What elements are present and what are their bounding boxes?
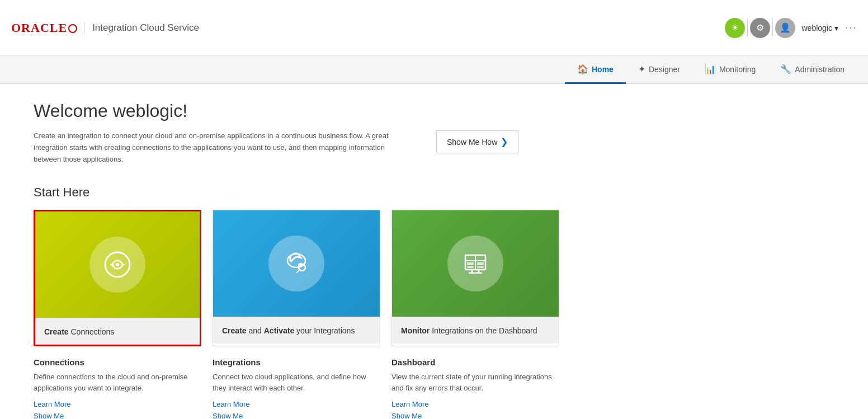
chevron-down-icon: ▾ [834, 23, 838, 32]
welcome-row: Create an integration to connect your cl… [34, 130, 694, 165]
connections-icon [103, 251, 131, 279]
dashboard-learn-more-link[interactable]: Learn More [391, 400, 559, 408]
svg-rect-12 [477, 262, 484, 265]
card-image-connections [35, 211, 200, 318]
integrations-icon [281, 249, 312, 277]
header-left: ORACLE Integration Cloud Service [11, 21, 199, 35]
info-section-connections: Connections Define connections to the cl… [34, 346, 201, 419]
show-me-how-label: Show Me How [447, 138, 497, 147]
header-right: ☀ ⚙ 👤 weblogic ▾ ··· [725, 18, 857, 38]
user-menu[interactable]: weblogic ▾ [802, 23, 838, 32]
card-connections[interactable]: Create Connections [34, 210, 201, 346]
integrations-learn-more-link[interactable]: Learn More [213, 400, 380, 408]
nav-item-monitoring[interactable]: 📊 Monitoring [692, 56, 768, 84]
administration-icon: 🔧 [780, 64, 791, 74]
nav-item-administration[interactable]: 🔧 Administration [768, 56, 857, 84]
header-icons: ☀ ⚙ 👤 [725, 18, 795, 38]
show-me-how-button[interactable]: Show Me How ❯ [436, 130, 518, 153]
user-name: weblogic [802, 23, 832, 32]
svg-rect-13 [467, 266, 474, 268]
connections-desc: Define connections to the cloud and on-p… [34, 371, 201, 393]
icon-separator [747, 20, 748, 36]
app-title: Integration Cloud Service [84, 22, 199, 34]
svg-rect-14 [477, 266, 484, 268]
designer-icon: ✦ [638, 64, 645, 74]
more-options-icon[interactable]: ··· [845, 22, 857, 34]
svg-point-1 [116, 263, 119, 266]
card-image-dashboard [392, 210, 559, 317]
info-section-dashboard: Dashboard View the current state of your… [391, 346, 559, 419]
nav-label-monitoring: Monitoring [719, 65, 756, 74]
card-integrations[interactable]: Create and Activate your Integrations [213, 210, 380, 346]
dashboard-desc: View the current state of your running i… [391, 371, 559, 393]
integrations-desc: Connect two cloud applications, and defi… [213, 371, 380, 393]
connections-learn-more-link[interactable]: Learn More [34, 400, 201, 408]
nav-label-administration: Administration [795, 65, 845, 74]
monitoring-icon: 📊 [705, 64, 716, 74]
card-image-integrations [213, 210, 380, 317]
svg-line-6 [296, 270, 300, 273]
nav-label-home: Home [592, 65, 614, 74]
main-content: Welcome weblogic! Create an integration … [0, 84, 727, 419]
card-label-integrations: Create and Activate your Integrations [213, 317, 380, 343]
welcome-title: Welcome weblogic! [34, 101, 694, 121]
integrations-show-me-link[interactable]: Show Me [213, 412, 380, 419]
icon-separator2 [772, 20, 773, 36]
header: ORACLE Integration Cloud Service ☀ ⚙ 👤 w… [0, 0, 868, 56]
user-icon-btn[interactable]: 👤 [775, 18, 795, 38]
arrow-right-icon: ❯ [501, 136, 508, 147]
dashboard-show-me-link[interactable]: Show Me [391, 412, 559, 419]
nav-bar: 🏠 Home ✦ Designer 📊 Monitoring 🔧 Adminis… [0, 56, 868, 84]
integrations-title: Integrations [213, 357, 380, 367]
home-icon: 🏠 [577, 64, 588, 74]
cards-row: Create Connections Create and [34, 210, 694, 346]
connections-title: Connections [34, 357, 201, 367]
welcome-description: Create an integration to connect your cl… [34, 130, 414, 165]
info-row: Connections Define connections to the cl… [34, 346, 694, 419]
card-circle-dashboard [447, 236, 503, 291]
nav-item-home[interactable]: 🏠 Home [565, 56, 626, 84]
connections-show-me-link[interactable]: Show Me [34, 412, 201, 419]
svg-rect-11 [467, 262, 474, 265]
start-here-title: Start Here [34, 185, 694, 200]
oracle-logo: ORACLE [11, 21, 77, 35]
notification-icon-btn[interactable]: ☀ [725, 18, 745, 38]
card-label-dashboard: Monitor Integrations on the Dashboard [392, 317, 559, 343]
card-circle-connections [89, 237, 145, 293]
svg-point-7 [298, 263, 303, 267]
nav-item-designer[interactable]: ✦ Designer [626, 56, 692, 84]
dashboard-title: Dashboard [391, 357, 559, 367]
info-section-integrations: Integrations Connect two cloud applicati… [213, 346, 380, 419]
card-circle-integrations [268, 236, 324, 291]
card-dashboard[interactable]: Monitor Integrations on the Dashboard [391, 210, 559, 346]
dashboard-icon [460, 249, 491, 277]
card-label-connections: Create Connections [35, 318, 200, 345]
settings-icon-btn[interactable]: ⚙ [750, 18, 770, 38]
nav-label-designer: Designer [649, 65, 680, 74]
